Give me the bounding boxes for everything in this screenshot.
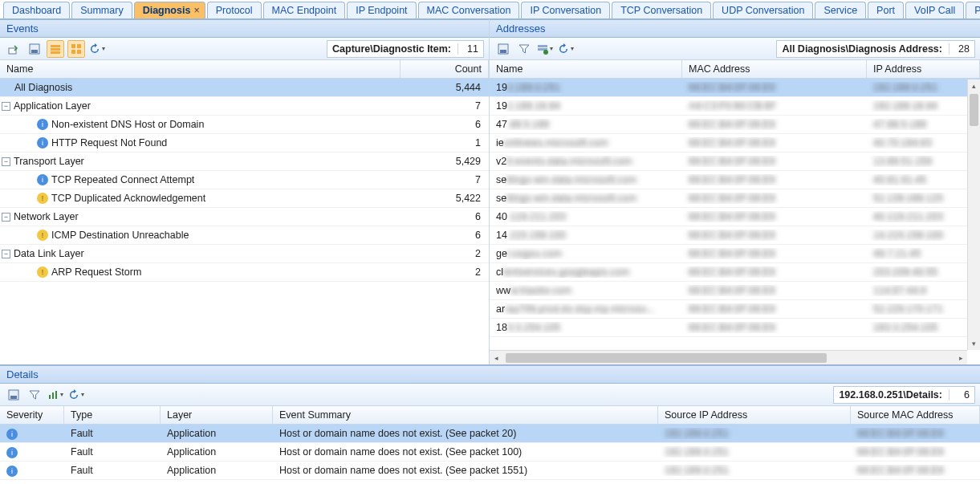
addr-ip: 40.70.184.83 [867, 137, 980, 148]
refresh-icon[interactable]: ▾ [67, 386, 85, 404]
severity-icon: i [37, 137, 48, 148]
svg-rect-2 [31, 50, 38, 53]
address-row[interactable]: 183.3.254.10568:EC:B4:0F:06:E9183.3.254.… [490, 319, 980, 337]
tab-mac-endpoint[interactable]: MAC Endpoint [263, 2, 346, 18]
address-row[interactable]: 47.88.5.18968:EC:B4:0F:06:E947.88.5.189 [490, 116, 980, 134]
tab-protocol[interactable]: Protocol [207, 2, 262, 18]
col-source-mac[interactable]: Source MAC Address [851, 406, 980, 424]
detail-row[interactable]: iFaultApplicationHost or domain name doe… [0, 425, 980, 443]
expand-icon[interactable]: − [2, 102, 10, 111]
expand-icon[interactable]: − [2, 213, 10, 222]
dropdown-icon[interactable]: ▾ [81, 391, 84, 398]
detail-row[interactable]: iFaultApplicationHost or domain name doe… [0, 443, 980, 462]
col-mac[interactable]: MAC Address [682, 60, 867, 78]
addr-ip: 14.215.158.100 [867, 230, 980, 241]
dropdown-icon[interactable]: ▾ [60, 391, 63, 398]
filter-icon[interactable] [515, 40, 533, 58]
event-row[interactable]: !ARP Request Storm2 [0, 263, 489, 282]
tab-dashboard[interactable]: Dashboard [3, 2, 70, 18]
event-count: 2 [401, 248, 489, 259]
events-crumb-label: Capture\Diagnostic Item: [332, 43, 451, 55]
col-name[interactable]: Name [0, 60, 401, 78]
event-count: 5,422 [401, 193, 489, 204]
expand-icon[interactable]: − [2, 250, 10, 258]
scroll-up-icon[interactable]: ▴ [968, 79, 980, 92]
event-row[interactable]: −Transport Layer5,429 [0, 153, 489, 171]
scroll-thumb[interactable] [506, 353, 827, 363]
address-row[interactable]: ieonlinews.microsoft.com68:EC:B4:0F:06:E… [490, 134, 980, 153]
save-icon[interactable] [494, 40, 512, 58]
col-ip[interactable]: IP Address [867, 60, 980, 78]
address-row[interactable]: array706.prod.do.dsp.mp.microso...68:EC:… [490, 300, 980, 319]
col-name[interactable]: Name [490, 60, 682, 78]
addr-mac: 68:EC:B4:0F:06:E9 [682, 248, 867, 259]
save-log-icon[interactable] [26, 40, 43, 58]
view-list-icon[interactable] [47, 40, 64, 58]
severity-icon: i [6, 447, 18, 458]
tab-port[interactable]: Port [868, 2, 904, 18]
locate-icon[interactable]: ▾ [536, 40, 554, 58]
tab-mac-conversation[interactable]: MAC Conversation [418, 2, 520, 18]
detail-row[interactable]: iFaultApplicationHost or domain name doe… [0, 462, 980, 480]
scroll-right-icon[interactable]: ▸ [954, 354, 967, 362]
tab-ip-conversation[interactable]: IP Conversation [521, 2, 610, 18]
refresh-icon[interactable]: ▾ [557, 40, 575, 58]
addr-name: www.hiaoke.com [490, 285, 682, 296]
tab-diagnosis[interactable]: Diagnosis× [134, 2, 205, 18]
address-row[interactable]: www.hiaoke.com68:EC:B4:0F:06:E9114.67.44… [490, 282, 980, 300]
address-row[interactable]: 192.168.16.94A4:C3:F0:90:CB:6F192.168.16… [490, 97, 980, 116]
save-icon[interactable] [5, 386, 22, 404]
tab-service[interactable]: Service [815, 2, 866, 18]
event-row[interactable]: iHTTP Request Not Found1 [0, 134, 489, 153]
view-grid-icon[interactable] [67, 40, 85, 58]
tab-process[interactable]: Process [966, 2, 980, 18]
address-row[interactable]: 40.119.211.20368:EC:B4:0F:06:E940.119.21… [490, 208, 980, 226]
tab-voip-call[interactable]: VoIP Call [905, 2, 964, 18]
event-row[interactable]: −Network Layer6 [0, 208, 489, 226]
dropdown-icon[interactable]: ▾ [550, 45, 553, 52]
address-row[interactable]: get.sogou.com68:EC:B4:0F:06:E949.7.21.45 [490, 245, 980, 263]
detail-smac: 68:EC:B4:0F:06:E9 [851, 446, 980, 458]
address-row[interactable]: 14.215.158.10068:EC:B4:0F:06:E914.215.15… [490, 226, 980, 245]
event-row[interactable]: iNon-existent DNS Host or Domain6 [0, 116, 489, 134]
horizontal-scrollbar[interactable]: ◂ ▸ [490, 350, 967, 364]
event-row[interactable]: iTCP Repeated Connect Attempt7 [0, 171, 489, 189]
event-row[interactable]: !TCP Duplicated Acknowledgement5,422 [0, 189, 489, 208]
event-row[interactable]: All Diagnosis5,444 [0, 79, 489, 97]
col-severity[interactable]: Severity [0, 406, 64, 424]
tab-udp-conversation[interactable]: UDP Conversation [713, 2, 813, 18]
detail-layer: Application [161, 428, 273, 439]
chart-icon[interactable]: ▾ [47, 386, 64, 404]
dropdown-icon[interactable]: ▾ [102, 45, 105, 52]
event-row[interactable]: !ICMP Destination Unreachable6 [0, 226, 489, 245]
dropdown-icon[interactable]: ▾ [571, 45, 574, 52]
address-row[interactable]: settings-win.data.microsoft.com68:EC:B4:… [490, 189, 980, 208]
tab-tcp-conversation[interactable]: TCP Conversation [612, 2, 711, 18]
address-row[interactable]: settings-win.data.microsoft.com68:EC:B4:… [490, 171, 980, 189]
vertical-scrollbar[interactable]: ▴ ▾ [967, 79, 980, 350]
scroll-thumb[interactable] [970, 94, 978, 126]
tab-ip-endpoint[interactable]: IP Endpoint [347, 2, 416, 18]
addr-name: array706.prod.do.dsp.mp.microso... [490, 303, 682, 315]
event-label: Non-existent DNS Host or Domain [51, 119, 204, 130]
export-icon[interactable] [5, 40, 22, 58]
address-row[interactable]: v20.events.data.microsoft.com68:EC:B4:0F… [490, 153, 980, 171]
address-row[interactable]: clientservices.googleapis.com68:EC:B4:0F… [490, 263, 980, 282]
col-count[interactable]: Count [401, 60, 489, 78]
col-layer[interactable]: Layer [161, 406, 273, 424]
col-type[interactable]: Type [64, 406, 161, 424]
col-summary[interactable]: Event Summary [273, 406, 658, 424]
addr-name: clientservices.googleapis.com [490, 266, 682, 278]
refresh-icon[interactable]: ▾ [88, 40, 106, 58]
event-row[interactable]: −Application Layer7 [0, 97, 489, 116]
address-row[interactable]: 192.168.0.25168:EC:B4:0F:06:E9192.168.0.… [490, 79, 980, 97]
detail-type: Fault [64, 446, 161, 458]
col-source-ip[interactable]: Source IP Address [658, 406, 851, 424]
event-row[interactable]: −Data Link Layer2 [0, 245, 489, 263]
tab-summary[interactable]: Summary [71, 2, 132, 18]
scroll-left-icon[interactable]: ◂ [490, 354, 502, 362]
filter-icon[interactable] [26, 386, 43, 404]
close-icon[interactable]: × [193, 5, 199, 16]
expand-icon[interactable]: − [2, 157, 10, 166]
scroll-down-icon[interactable]: ▾ [968, 337, 980, 350]
